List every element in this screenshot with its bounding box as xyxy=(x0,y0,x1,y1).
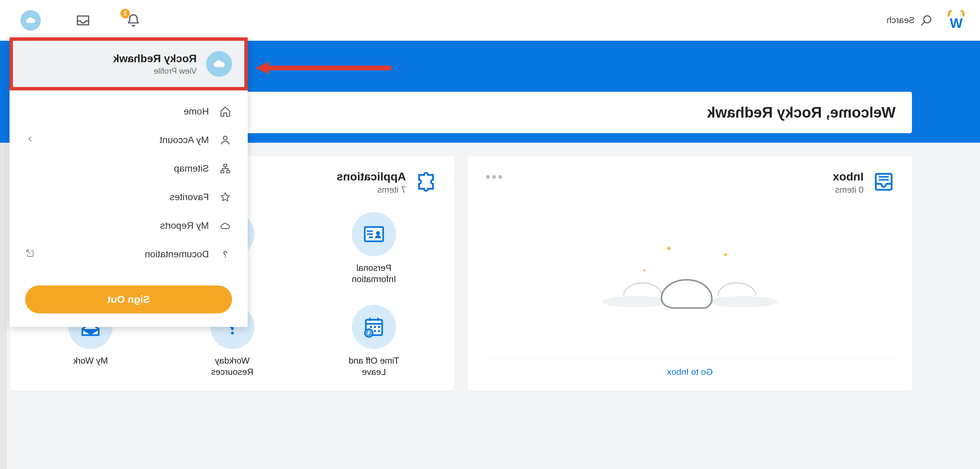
profile-menu-panel: Rocky Redhawk View Profile Home My Accou… xyxy=(10,37,248,327)
id-card-icon xyxy=(362,222,386,246)
profile-header[interactable]: Rocky Redhawk View Profile xyxy=(10,37,248,90)
person-icon xyxy=(218,133,232,147)
annotation-arrow xyxy=(255,61,391,75)
inbox-card: Inbox 0 items ••• Go to Inbox xyxy=(468,156,912,391)
cloud-icon xyxy=(24,14,37,27)
inbox-title: Inbox xyxy=(833,170,864,183)
notification-badge: 2 xyxy=(121,9,130,18)
brand-logo[interactable]: W xyxy=(946,10,966,30)
app-label: Time Off and Leave xyxy=(340,355,408,377)
svg-point-7 xyxy=(602,296,671,307)
view-profile-link[interactable]: View Profile xyxy=(113,66,197,76)
svg-point-33 xyxy=(224,257,226,258)
app-label: My Work xyxy=(73,355,108,366)
topbar: W Search 2 xyxy=(0,0,980,41)
app-time-off[interactable]: Time Off and Leave xyxy=(310,305,438,377)
tray-icon xyxy=(76,13,91,28)
calendar-clock-icon xyxy=(362,315,386,339)
sign-out-button[interactable]: Sign Out xyxy=(25,285,232,313)
search[interactable]: Search xyxy=(887,14,932,27)
chevron-right-icon xyxy=(25,134,35,146)
profile-name: Rocky Redhawk xyxy=(113,52,197,65)
avatar-button[interactable] xyxy=(21,10,41,30)
cloud-icon xyxy=(212,56,227,71)
menu-label: Home xyxy=(183,106,209,117)
search-icon xyxy=(920,14,932,27)
external-link-icon xyxy=(25,249,35,260)
svg-rect-32 xyxy=(221,171,224,173)
svg-point-29 xyxy=(223,136,227,140)
cloud-icon xyxy=(218,219,232,233)
svg-rect-26 xyxy=(374,330,376,332)
svg-point-6 xyxy=(709,296,778,307)
svg-rect-23 xyxy=(374,326,376,328)
go-to-inbox-link[interactable]: Go to Inbox xyxy=(484,358,896,377)
menu-label: Favorites xyxy=(170,192,209,203)
avatar xyxy=(206,51,232,77)
svg-rect-22 xyxy=(378,326,380,328)
inbox-empty-illustration xyxy=(484,202,896,352)
applications-title: Applications xyxy=(337,170,406,183)
svg-marker-35 xyxy=(255,62,269,74)
menu-documentation[interactable]: Documentation xyxy=(10,240,248,268)
notifications-button[interactable]: 2 xyxy=(125,12,142,29)
menu-label: Sitemap xyxy=(174,163,209,174)
inbox-button[interactable] xyxy=(75,12,91,29)
svg-point-28 xyxy=(231,332,234,334)
question-icon xyxy=(218,247,232,261)
applications-subtitle: 7 items xyxy=(337,185,406,195)
app-label: Personal Information xyxy=(340,262,408,284)
star-icon xyxy=(218,190,232,204)
home-icon xyxy=(218,105,232,118)
menu-label: My Account xyxy=(159,135,209,146)
svg-rect-24 xyxy=(370,326,372,328)
profile-menu: Home My Account Sitemap Favorites My Rep… xyxy=(10,90,248,279)
menu-my-reports[interactable]: My Reports xyxy=(10,211,248,240)
inbox-subtitle: 0 items xyxy=(833,185,864,195)
menu-favorites[interactable]: Favorites xyxy=(10,183,248,211)
app-personal-information[interactable]: Personal Information xyxy=(310,212,438,284)
sitemap-icon xyxy=(218,162,232,175)
svg-rect-30 xyxy=(224,164,227,166)
puzzle-icon xyxy=(414,170,438,194)
svg-text:W: W xyxy=(950,16,963,30)
search-label: Search xyxy=(887,15,915,25)
menu-home[interactable]: Home xyxy=(10,97,248,126)
svg-point-9 xyxy=(376,231,380,235)
menu-my-account[interactable]: My Account xyxy=(10,126,248,154)
inbox-more-button[interactable]: ••• xyxy=(484,170,503,180)
svg-rect-31 xyxy=(227,171,230,173)
app-label: Workday Resources xyxy=(198,355,266,377)
svg-rect-25 xyxy=(378,330,380,332)
menu-label: Documentation xyxy=(145,249,209,260)
inbox-icon xyxy=(872,170,896,194)
menu-label: My Reports xyxy=(160,220,209,231)
menu-sitemap[interactable]: Sitemap xyxy=(10,154,248,183)
svg-line-2 xyxy=(922,22,925,25)
